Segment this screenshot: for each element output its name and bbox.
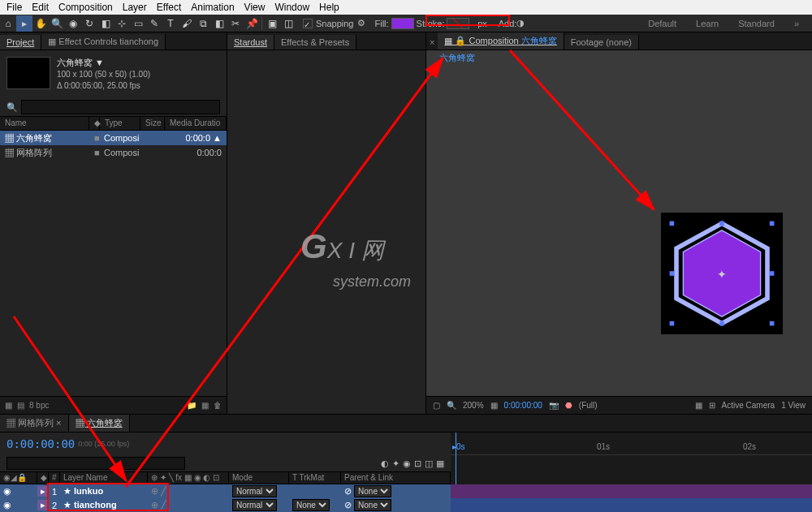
blend-mode-select[interactable]: Normal bbox=[232, 485, 277, 497]
layer-track[interactable] bbox=[451, 484, 812, 498]
new-folder-icon[interactable]: 📁 bbox=[187, 401, 197, 410]
home-icon[interactable]: ⌂ bbox=[0, 15, 16, 32]
timeline-search[interactable] bbox=[6, 457, 185, 470]
new-comp-icon[interactable]: ▦ bbox=[201, 401, 209, 410]
selection-tool-icon[interactable]: ▸ bbox=[16, 15, 32, 32]
search-icon[interactable]: 🔍 bbox=[6, 102, 18, 113]
menu-window[interactable]: Window bbox=[270, 2, 314, 13]
snapping-checkbox[interactable] bbox=[303, 19, 313, 28]
tab-composition[interactable]: ▦ 🔒 Composition 六角蜂窝 bbox=[438, 32, 564, 49]
interpret-icon[interactable]: ▦ bbox=[5, 401, 12, 410]
tl-icon-frame[interactable]: ▦ bbox=[436, 458, 444, 469]
composition-view[interactable]: ✦ bbox=[426, 67, 812, 396]
workspace-default[interactable]: Default bbox=[648, 19, 676, 28]
menu-animation[interactable]: Animation bbox=[186, 2, 239, 13]
camera-tool-icon[interactable]: ◧ bbox=[97, 15, 114, 32]
add-label[interactable]: Add: bbox=[499, 19, 517, 28]
mask-mode2-icon[interactable]: ◫ bbox=[280, 15, 296, 32]
bpc-label[interactable]: 8 bpc bbox=[29, 401, 49, 410]
stroke-label[interactable]: Stroke: bbox=[417, 19, 445, 28]
view-full[interactable]: (Full) bbox=[579, 401, 598, 410]
magnify-icon[interactable]: 🔍 bbox=[447, 401, 456, 410]
col-mediaduration[interactable]: Media Duratio bbox=[165, 117, 227, 130]
col-name[interactable]: Name bbox=[0, 117, 89, 130]
menu-composition[interactable]: Composition bbox=[54, 2, 118, 13]
stroke-swatch[interactable] bbox=[447, 18, 469, 29]
pen-tool-icon[interactable]: ✎ bbox=[146, 15, 162, 32]
rotate-tool-icon[interactable]: ↻ bbox=[81, 15, 97, 32]
zoom-tool-icon[interactable]: 🔍 bbox=[49, 15, 65, 32]
comp-timecode[interactable]: 0:00:00:00 bbox=[504, 401, 542, 410]
col-mode[interactable]: Mode bbox=[229, 472, 289, 484]
shape-tool-icon[interactable]: ▭ bbox=[130, 15, 146, 32]
workspace-standard[interactable]: Standard bbox=[738, 19, 775, 28]
menu-edit[interactable]: Edit bbox=[27, 2, 54, 13]
timeline-tab[interactable]: ▦ 六角蜂窝 bbox=[69, 415, 130, 432]
zoom-value[interactable]: 200% bbox=[463, 401, 484, 410]
text-tool-icon[interactable]: T bbox=[162, 15, 179, 32]
tl-icon-motion[interactable]: ◉ bbox=[403, 458, 411, 469]
trkmat-select[interactable]: None bbox=[292, 499, 330, 511]
parent-select[interactable]: None bbox=[354, 499, 391, 511]
timeline-tab[interactable]: ▦ 网格阵列 × bbox=[0, 415, 69, 432]
menu-layer[interactable]: Layer bbox=[118, 2, 152, 13]
current-timecode[interactable]: 0:00:00:00 bbox=[6, 437, 75, 450]
channel-icon[interactable]: ⬣ bbox=[565, 401, 572, 410]
bpc-icon[interactable]: ▤ bbox=[17, 401, 24, 410]
tl-icon-fx[interactable]: ✦ bbox=[392, 458, 400, 469]
menu-effect[interactable]: Effect bbox=[152, 2, 186, 13]
col-size[interactable]: Size bbox=[140, 117, 165, 130]
col-trkmat[interactable]: T TrkMat bbox=[289, 472, 341, 484]
tab-footage[interactable]: Footage (none) bbox=[564, 35, 639, 49]
anchor-tool-icon[interactable]: ⊹ bbox=[114, 15, 130, 32]
col-tag[interactable]: ◆ bbox=[89, 117, 100, 130]
resolution-icon[interactable]: ▦ bbox=[490, 401, 498, 410]
timeline-layer-row[interactable]: ◉ ▸ 2 ★ tianchong ⊕ ╱ Normal None ⊘ None bbox=[0, 498, 451, 512]
breadcrumb[interactable]: 六角蜂窝 bbox=[433, 50, 482, 65]
brush-tool-icon[interactable]: 🖌 bbox=[179, 15, 195, 32]
camera-select[interactable]: Active Camera bbox=[722, 401, 775, 410]
timeline-tracks[interactable]: ▸0s 01s 02s bbox=[451, 432, 812, 512]
guides-icon[interactable]: ⊞ bbox=[709, 401, 715, 410]
tab-effect-controls[interactable]: ▦ Effect Controls tianchong bbox=[41, 34, 166, 49]
tab-effects-presets[interactable]: Effects & Presets bbox=[274, 35, 356, 49]
tl-icon-graph[interactable]: ⊡ bbox=[414, 458, 421, 469]
snapshot-icon[interactable]: 📷 bbox=[549, 401, 559, 410]
snapping-options-icon[interactable]: ⚙ bbox=[357, 18, 365, 28]
add-icon[interactable]: ◑ bbox=[516, 18, 525, 28]
tl-icon-shy[interactable]: ◐ bbox=[381, 458, 389, 469]
search-input[interactable] bbox=[21, 100, 220, 114]
grid-icon[interactable]: ▦ bbox=[695, 401, 702, 410]
project-item[interactable]: ▦ 网格阵列 ■ Composi.. 0:00:0 bbox=[0, 145, 227, 160]
mask-mode-icon[interactable]: ▣ bbox=[264, 15, 280, 32]
puppet-tool-icon[interactable]: 📌 bbox=[244, 15, 260, 32]
nview-select[interactable]: 1 View bbox=[781, 401, 806, 410]
blend-mode-select[interactable]: Normal bbox=[232, 499, 277, 511]
workspace-learn[interactable]: Learn bbox=[696, 19, 719, 28]
tab-project[interactable]: Project bbox=[0, 35, 41, 49]
hand-tool-icon[interactable]: ✋ bbox=[32, 15, 49, 32]
eraser-tool-icon[interactable]: ◧ bbox=[211, 15, 227, 32]
hexagon-shape[interactable]: ✦ bbox=[661, 213, 783, 334]
fill-label[interactable]: Fill: bbox=[375, 19, 389, 28]
col-parent[interactable]: Parent & Link bbox=[341, 472, 451, 484]
orbit-tool-icon[interactable]: ◉ bbox=[65, 15, 81, 32]
menu-view[interactable]: View bbox=[240, 2, 270, 13]
menu-file[interactable]: File bbox=[2, 2, 27, 13]
project-item[interactable]: ▦ 六角蜂窝 ■ Composi.. 0:00:0 ▲ bbox=[0, 131, 227, 145]
layer-track[interactable] bbox=[451, 498, 812, 512]
close-tab-icon[interactable]: × bbox=[426, 35, 438, 49]
clone-tool-icon[interactable]: ⧉ bbox=[195, 15, 211, 32]
time-ruler[interactable]: ▸0s 01s 02s bbox=[451, 432, 812, 455]
fill-swatch[interactable] bbox=[391, 18, 414, 29]
tl-icon-3d[interactable]: ◫ bbox=[425, 458, 433, 469]
stroke-width[interactable]: - bbox=[472, 19, 475, 28]
menu-help[interactable]: Help bbox=[314, 2, 344, 13]
timeline-layer-row[interactable]: ◉ ▸ 1 ★ lunkuo ⊕ ╱ Normal ⊘ None bbox=[0, 484, 451, 498]
region-icon[interactable]: ▢ bbox=[433, 401, 440, 410]
workspace-more-icon[interactable]: » bbox=[794, 19, 799, 28]
parent-select[interactable]: None bbox=[354, 485, 391, 497]
roto-tool-icon[interactable]: ✂ bbox=[227, 15, 244, 32]
col-type[interactable]: Type bbox=[100, 117, 140, 130]
tab-stardust[interactable]: Stardust bbox=[227, 35, 274, 49]
